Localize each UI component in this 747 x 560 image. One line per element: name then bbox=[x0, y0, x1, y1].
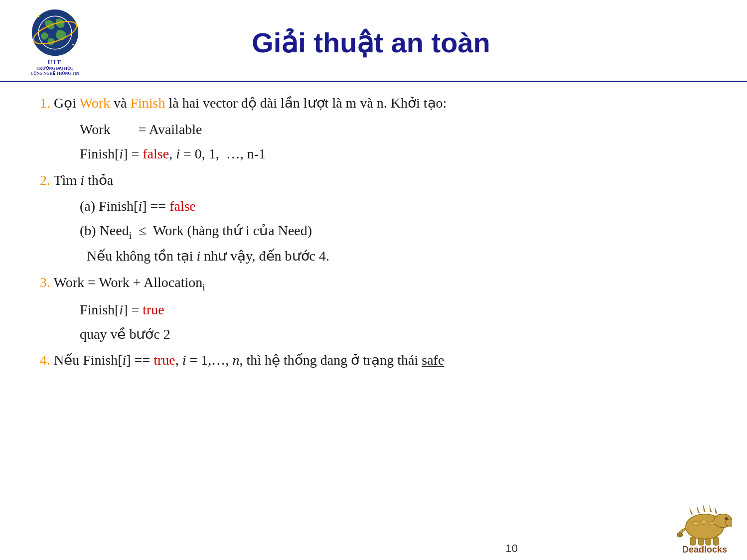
deadlocks-badge: Deadlocks bbox=[677, 497, 732, 555]
step-2-number: 2. bbox=[40, 172, 50, 188]
slide: UIT TRƯỜNG ĐẠI HỌC CÔNG NGHỆ THÔNG TIN G… bbox=[0, 0, 747, 560]
svg-marker-14 bbox=[703, 504, 705, 512]
page-number: 10 bbox=[346, 542, 678, 555]
step-3-details: Finish[i] = true quay về bước 2 bbox=[40, 299, 717, 346]
step-3-number: 3. bbox=[40, 275, 50, 290]
page-title: Giải thuật an toàn bbox=[95, 26, 727, 59]
svg-point-22 bbox=[692, 521, 700, 526]
step-4-number: 4. bbox=[40, 352, 50, 368]
svg-point-21 bbox=[677, 533, 683, 537]
svg-point-24 bbox=[709, 521, 715, 525]
step-2a: (a) Finish[i] == false bbox=[80, 195, 717, 218]
svg-marker-12 bbox=[689, 507, 693, 515]
dinosaur-icon bbox=[677, 497, 732, 547]
header: UIT TRƯỜNG ĐẠI HỌC CÔNG NGHỆ THÔNG TIN G… bbox=[0, 0, 747, 82]
svg-point-10 bbox=[727, 518, 728, 519]
svg-point-4 bbox=[69, 14, 71, 15]
main-content: 1. Gọi Work và Finish là hai vector độ d… bbox=[0, 82, 747, 386]
logo-area: UIT TRƯỜNG ĐẠI HỌC CÔNG NGHỆ THÔNG TIN bbox=[15, 9, 95, 76]
step-2-details: (a) Finish[i] == false (b) Needi ≤ Work … bbox=[40, 195, 717, 268]
work-init: Work = Available bbox=[80, 119, 717, 141]
svg-marker-15 bbox=[709, 505, 712, 512]
step-2-note: Nếu không tồn tại i như vậy, đến bước 4. bbox=[80, 245, 717, 268]
step-2: 2. Tìm i thỏa bbox=[40, 169, 717, 192]
svg-point-9 bbox=[725, 517, 728, 520]
university-logo bbox=[31, 9, 79, 56]
svg-point-8 bbox=[726, 519, 732, 527]
svg-rect-18 bbox=[698, 538, 704, 546]
svg-rect-17 bbox=[690, 537, 696, 545]
work-highlight: Work bbox=[80, 95, 111, 111]
step-1-number: 1. bbox=[40, 95, 50, 111]
svg-point-5 bbox=[72, 44, 74, 45]
svg-marker-16 bbox=[715, 506, 717, 514]
finish-highlight: Finish bbox=[130, 95, 165, 111]
footer: 10 bbox=[0, 497, 747, 555]
logo-text: UIT TRƯỜNG ĐẠI HỌC CÔNG NGHỆ THÔNG TIN bbox=[31, 58, 79, 76]
step-4: 4. Nếu Finish[i] == true, i = 1,…, n, th… bbox=[40, 349, 717, 372]
step-1: 1. Gọi Work và Finish là hai vector độ d… bbox=[40, 92, 717, 115]
step-2b: (b) Needi ≤ Work (hàng thứ i của Need) bbox=[80, 220, 717, 243]
finish-true: Finish[i] = true bbox=[80, 299, 717, 321]
svg-point-3 bbox=[37, 15, 39, 17]
finish-init: Finish[i] = false, i = 0, 1, …, n-1 bbox=[80, 143, 717, 165]
svg-rect-19 bbox=[706, 538, 711, 546]
step-3: 3. Work = Work + Allocationi bbox=[40, 272, 717, 295]
safe-state: safe bbox=[422, 352, 444, 368]
svg-point-23 bbox=[700, 520, 708, 524]
step-1-details: Work = Available Finish[i] = false, i = … bbox=[40, 119, 717, 165]
svg-marker-13 bbox=[697, 505, 700, 512]
svg-rect-20 bbox=[713, 537, 719, 545]
go-back: quay về bước 2 bbox=[80, 323, 717, 346]
